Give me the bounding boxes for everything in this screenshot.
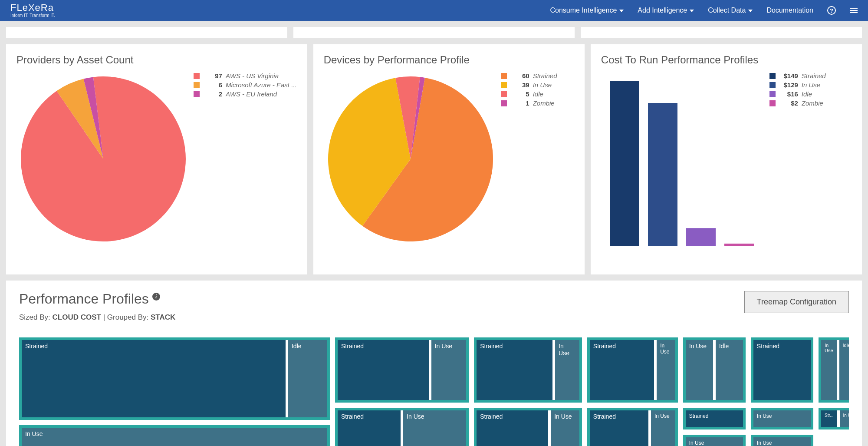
legend-label: Microsoft Azure - East ... <box>226 81 297 89</box>
charts-row: Providers by Asset Count 97AWS - US Virg… <box>0 38 868 281</box>
treemap-cell-strained[interactable]: Strained <box>338 410 401 446</box>
treemap-cell-strained[interactable]: Strained <box>590 410 648 446</box>
legend-swatch <box>194 82 200 88</box>
nav-add-intelligence[interactable]: Add Intelligence <box>638 7 694 14</box>
treemap-cell-strained[interactable]: Str... <box>821 410 837 427</box>
legend-item[interactable]: 5Idle <box>501 90 557 98</box>
legend-item[interactable]: 39In Use <box>501 81 557 89</box>
treemap-cell-strained[interactable]: Strained <box>686 410 743 427</box>
legend-item[interactable]: 97AWS - US Virginia <box>194 72 297 79</box>
legend-item[interactable]: $16Idle <box>769 90 826 98</box>
legend-value: $129 <box>779 81 798 89</box>
treemap-title-text: Performance Profiles <box>19 291 149 307</box>
legend-label: Zombie <box>533 99 555 107</box>
nav-consume-label: Consume Intelligence <box>550 7 617 14</box>
hamburger-icon[interactable] <box>850 8 858 13</box>
nav-collect-label: Collect Data <box>708 7 746 14</box>
treemap-sized-by: CLOUD COST <box>53 313 101 321</box>
legend-swatch <box>194 91 200 97</box>
legend-label: Idle <box>802 90 812 98</box>
svg-rect-2 <box>686 228 716 246</box>
nav-documentation[interactable]: Documentation <box>766 7 813 14</box>
svg-rect-1 <box>648 103 677 246</box>
treemap-cell-inuse[interactable]: In Use <box>821 340 837 400</box>
previous-cards-row <box>0 21 868 38</box>
legend-swatch <box>501 100 507 106</box>
bar-chart-cost[interactable] <box>601 72 766 246</box>
legend-label: In Use <box>802 81 820 89</box>
treemap-cell-idle[interactable]: Idle <box>839 340 849 400</box>
treemap-cell-strained[interactable]: Strained <box>338 340 429 400</box>
nav-consume-intelligence[interactable]: Consume Intelligence <box>550 7 624 14</box>
legend-label: Strained <box>533 72 557 79</box>
legend-swatch <box>501 82 507 88</box>
legend-label: AWS - US Virginia <box>226 72 279 79</box>
legend-item[interactable]: 2AWS - EU Ireland <box>194 90 297 98</box>
chevron-down-icon <box>748 10 753 12</box>
treemap-cell-idle[interactable]: Idle <box>288 340 327 417</box>
pie-chart-providers[interactable] <box>16 72 190 246</box>
legend-value: 60 <box>510 72 529 79</box>
treemap-cell-inuse[interactable]: In Use <box>753 410 811 427</box>
treemap-cell-inuse[interactable]: In Use <box>840 410 849 427</box>
nav-links: Consume Intelligence Add Intelligence Co… <box>550 6 858 15</box>
treemap-cell-inuse[interactable]: In Use <box>431 340 467 400</box>
legend-cost: $149Strained$129In Use$16Idle$2Zombie <box>769 72 826 268</box>
chevron-down-icon <box>690 10 694 12</box>
legend-label: Strained <box>802 72 826 79</box>
treemap[interactable]: Strained Idle In Use Strained In Use Str… <box>19 337 849 446</box>
legend-devices: 60Strained39In Use5Idle1Zombie <box>501 72 557 268</box>
treemap-cell-strained[interactable]: Strained <box>753 340 811 400</box>
card-cost: Cost To Run Performance Profiles $149Str… <box>591 44 862 274</box>
treemap-cell-inuse[interactable]: In Use <box>686 340 713 400</box>
card-providers-title: Providers by Asset Count <box>16 54 297 66</box>
treemap-cell-strained[interactable]: Strained <box>22 340 286 417</box>
legend-item[interactable]: 60Strained <box>501 72 557 79</box>
legend-item[interactable]: $129In Use <box>769 81 826 89</box>
legend-item[interactable]: $149Strained <box>769 72 826 79</box>
treemap-cell-inuse[interactable]: In Use <box>651 410 675 446</box>
legend-value: $2 <box>779 99 798 107</box>
treemap-sized-prefix: Sized By: <box>19 313 53 321</box>
treemap-config-button[interactable]: Treemap Configuration <box>744 291 849 313</box>
legend-swatch <box>501 73 507 79</box>
treemap-cell-strained[interactable]: Strained <box>590 340 654 400</box>
pie-chart-devices[interactable] <box>324 72 497 246</box>
card-devices: Devices by Performance Profile 60Straine… <box>313 44 585 274</box>
card-providers: Providers by Asset Count 97AWS - US Virg… <box>6 44 307 274</box>
legend-item[interactable]: 1Zombie <box>501 99 557 107</box>
treemap-cell-strained[interactable]: Strained <box>477 410 548 446</box>
treemap-cell-inuse[interactable]: In Use <box>657 340 675 400</box>
nav-docs-label: Documentation <box>766 7 813 14</box>
treemap-cell-idle[interactable]: Idle <box>716 340 743 400</box>
treemap-cell-inuse[interactable]: In Use <box>403 410 466 446</box>
legend-item[interactable]: $2Zombie <box>769 99 826 107</box>
treemap-grouped-prefix: | Grouped By: <box>101 313 151 321</box>
svg-rect-0 <box>610 81 639 246</box>
treemap-grouped-by: STACK <box>151 313 175 321</box>
legend-swatch <box>769 82 776 88</box>
treemap-cell-inuse[interactable]: In Use <box>753 437 811 446</box>
treemap-cell-strained[interactable]: Strained <box>477 340 552 400</box>
treemap-subtitle: Sized By: CLOUD COST | Grouped By: STACK <box>19 313 175 322</box>
svg-rect-3 <box>724 244 754 246</box>
treemap-cell-inuse[interactable]: In Use <box>686 437 743 446</box>
legend-value: 39 <box>510 81 529 89</box>
nav-collect-data[interactable]: Collect Data <box>708 7 753 14</box>
card-devices-title: Devices by Performance Profile <box>324 54 574 66</box>
info-icon[interactable]: i <box>152 293 160 301</box>
legend-value: 5 <box>510 90 529 98</box>
card-cost-title: Cost To Run Performance Profiles <box>601 54 852 66</box>
nav-add-label: Add Intelligence <box>638 7 687 14</box>
legend-value: 97 <box>203 72 222 79</box>
brand: FLeXeRa Inform IT. Transform IT. <box>10 3 55 18</box>
treemap-cell-inuse[interactable]: In Use <box>22 428 327 446</box>
legend-label: AWS - EU Ireland <box>226 90 277 98</box>
legend-item[interactable]: 6Microsoft Azure - East ... <box>194 81 297 89</box>
treemap-cell-inuse[interactable]: In Use <box>555 340 579 400</box>
legend-value: 6 <box>203 81 222 89</box>
treemap-cell-inuse[interactable]: In Use <box>551 410 579 446</box>
legend-value: $149 <box>779 72 798 79</box>
legend-swatch <box>194 73 200 79</box>
help-icon[interactable]: ? <box>827 6 836 15</box>
